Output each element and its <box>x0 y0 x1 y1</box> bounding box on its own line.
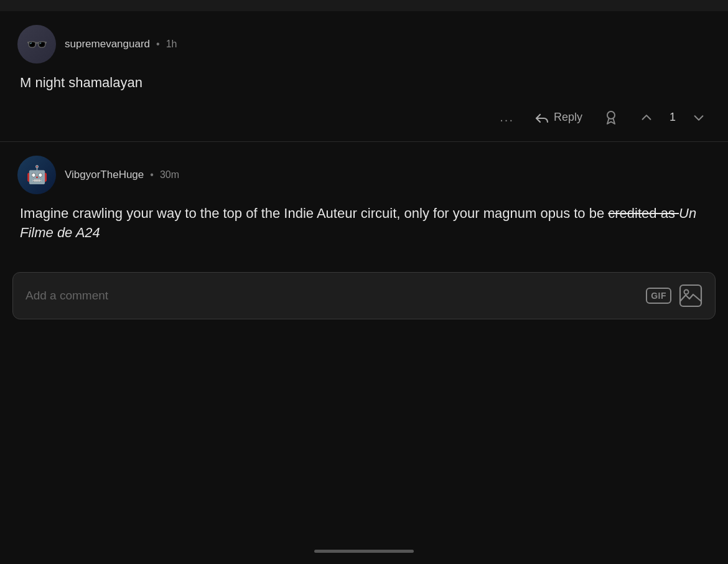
comment-text-2: Imagine crawling your way to the top of … <box>17 204 711 243</box>
svg-point-2 <box>684 290 689 294</box>
strikethrough-text: credited as <box>608 205 679 221</box>
image-icon <box>679 284 702 308</box>
vote-count-1: 1 <box>670 111 676 124</box>
comment-input-icons: GIF <box>646 284 702 308</box>
downvote-button-1[interactable] <box>687 107 711 128</box>
more-options-button-1[interactable]: ... <box>495 108 519 127</box>
upvote-button-1[interactable] <box>635 107 658 128</box>
comment-placeholder: Add a comment <box>26 289 108 303</box>
svg-point-0 <box>607 111 615 119</box>
downvote-icon <box>692 111 706 125</box>
separator-2: • <box>150 169 154 181</box>
reply-label-1: Reply <box>554 111 582 124</box>
italic-text: Un Filme de A24 <box>20 205 696 240</box>
timestamp-1: 1h <box>166 39 177 50</box>
timestamp-2: 30m <box>160 169 179 181</box>
username-1: supremevanguard <box>65 38 150 50</box>
username-2: VibgyorTheHuge <box>65 169 144 181</box>
avatar-vibgyor <box>17 156 56 194</box>
comment-block-2: VibgyorTheHuge • 30m Imagine crawling yo… <box>0 142 728 264</box>
comment-actions-1: ... Reply 1 <box>17 104 711 131</box>
bottom-indicator <box>314 550 414 553</box>
user-info-1: supremevanguard • 1h <box>65 38 177 50</box>
svg-rect-1 <box>680 285 701 306</box>
top-bar <box>0 0 728 11</box>
image-button[interactable] <box>679 284 702 308</box>
comment-block-1: supremevanguard • 1h M night shamalayan … <box>0 11 728 142</box>
reply-button-1[interactable]: Reply <box>530 107 587 128</box>
comment-input-area[interactable]: Add a comment GIF <box>12 272 716 319</box>
separator-1: • <box>156 39 160 50</box>
award-icon <box>604 110 618 125</box>
reply-icon <box>535 112 549 123</box>
gif-button[interactable]: GIF <box>646 288 671 304</box>
user-info-2: VibgyorTheHuge • 30m <box>65 169 179 181</box>
comment-header-1: supremevanguard • 1h <box>17 25 711 63</box>
comment-text-1: M night shamalayan <box>17 73 711 93</box>
upvote-icon <box>640 111 653 125</box>
comment-header-2: VibgyorTheHuge • 30m <box>17 156 711 194</box>
avatar-supremevanguard <box>17 25 56 63</box>
award-button-1[interactable] <box>599 106 623 129</box>
